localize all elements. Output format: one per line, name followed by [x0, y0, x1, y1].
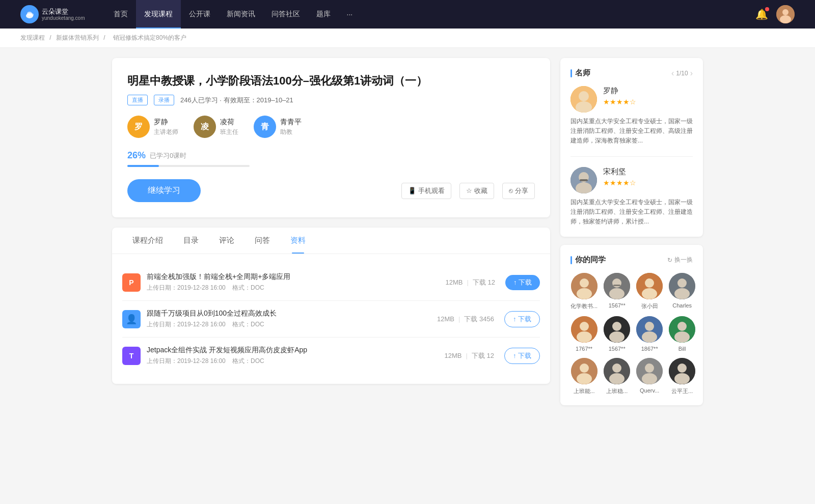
badge-live: 直播 [127, 95, 148, 105]
continue-button[interactable]: 继续学习 [127, 179, 201, 202]
svg-point-5 [780, 15, 791, 23]
teachers-prev-btn[interactable]: ‹ [671, 69, 674, 78]
tab-resources[interactable]: 资料 [280, 228, 316, 254]
resource-meta-3: 上传日期：2019-12-28 16:00 格式：DOC [147, 357, 444, 366]
svg-point-34 [642, 331, 657, 343]
nav-home[interactable]: 首页 [105, 0, 136, 29]
svg-point-21 [645, 278, 654, 288]
nav-quiz[interactable]: 题库 [308, 0, 339, 29]
nav-open[interactable]: 公开课 [181, 0, 219, 29]
svg-rect-12 [580, 179, 588, 181]
classmate-avatar-5 [571, 316, 597, 343]
teacher-card-2: 宋利坚 ★★★★☆ 国内某重点大学安全工程专业硕士，国家一级注册消防工程师、注册… [570, 167, 693, 227]
teachers-next-btn[interactable]: › [690, 69, 693, 78]
resource-stats-3: 12MB | 下载 12 [444, 351, 494, 360]
classmate-avatar-11 [636, 358, 663, 384]
share-icon: ⎋ [509, 187, 513, 194]
classmate-3[interactable]: 张小田 [636, 273, 663, 310]
svg-point-43 [609, 373, 624, 384]
action-btns: 📱 手机观看 ☆ 收藏 ⎋ 分享 [401, 183, 535, 199]
notification-bell[interactable]: 🔔 [755, 8, 768, 20]
classmate-avatar-6 [604, 316, 630, 343]
teacher-1: 罗 罗静 主讲老师 [127, 116, 178, 138]
tab-catalog[interactable]: 目录 [173, 228, 209, 254]
download-btn-2[interactable]: ↑ 下载 [504, 311, 540, 327]
user-avatar[interactable] [776, 5, 795, 23]
resource-item-3: T Jetpack全组件实战 开发短视频应用高仿皮皮虾App 上传日期：2019… [122, 338, 540, 374]
nav-qa[interactable]: 问答社区 [263, 0, 308, 29]
breadcrumb-series[interactable]: 新媒体营销系列 [56, 34, 99, 41]
svg-point-36 [677, 322, 687, 331]
resource-icon-1: P [122, 273, 141, 292]
teacher-card-desc-1: 国内某重点大学安全工程专业硕士，国家一级注册消防工程师、注册安全工程师、高级注册… [570, 117, 693, 146]
tab-qa[interactable]: 问答 [244, 228, 280, 254]
download-btn-1[interactable]: ↑ 下载 [505, 275, 540, 290]
breadcrumb: 发现课程 / 新媒体营销系列 / 销冠修炼术搞定80%的客户 [0, 29, 815, 48]
tab-review[interactable]: 评论 [209, 228, 244, 254]
teacher-2-role: 班主任 [220, 128, 238, 136]
classmate-6[interactable]: 1567** [604, 316, 630, 352]
logo-icon [20, 5, 39, 23]
svg-point-7 [579, 91, 589, 101]
svg-point-22 [642, 288, 657, 299]
tab-intro[interactable]: 课程介绍 [122, 228, 173, 254]
resource-title-1: 前端全栈加强版！前端全栈+全周期+多端应用 [147, 272, 445, 282]
classmates-panel-title: 你的同学 [570, 255, 606, 265]
refresh-btn[interactable]: ↻ 换一换 [667, 256, 693, 264]
nav-more[interactable]: ··· [339, 0, 361, 29]
resource-stats-2: 12MB | 下载 3456 [437, 315, 494, 324]
classmate-avatar-8 [669, 316, 695, 343]
classmate-8[interactable]: Bill [669, 316, 695, 352]
classmate-name-5: 1767** [576, 346, 592, 352]
logo[interactable]: 云朵课堂 yunduoketang.com [20, 5, 85, 23]
classmate-7[interactable]: 1867** [636, 316, 663, 352]
teachers-pagination: ‹ 1/10 › [671, 69, 693, 78]
resource-meta-1: 上传日期：2019-12-28 16:00 格式：DOC [147, 284, 445, 292]
resource-stats-1: 12MB | 下载 12 [445, 278, 495, 287]
svg-point-4 [782, 9, 789, 15]
svg-point-14 [580, 278, 589, 288]
star-icon: ☆ [466, 187, 472, 194]
classmate-2[interactable]: 1567** [604, 273, 630, 310]
resource-info-1: 前端全栈加强版！前端全栈+全周期+多端应用 上传日期：2019-12-28 16… [147, 272, 445, 292]
classmate-11[interactable]: Querv... [636, 358, 663, 395]
teacher-2: 凌 凌荷 班主任 [194, 116, 238, 138]
classmate-4[interactable]: Charles [669, 273, 695, 310]
teachers-panel-title: 名师 [570, 68, 590, 78]
download-btn-3[interactable]: ↑ 下载 [504, 348, 540, 364]
breadcrumb-discover[interactable]: 发现课程 [20, 34, 45, 41]
classmate-name-11: Querv... [640, 387, 659, 394]
refresh-icon: ↻ [667, 257, 672, 264]
classmate-avatar-12 [669, 358, 695, 384]
classmate-9[interactable]: 上班能... [570, 358, 597, 395]
classmate-name-3: 张小田 [641, 302, 658, 310]
svg-point-18 [609, 288, 624, 299]
classmate-name-9: 上班能... [574, 387, 595, 395]
course-title: 明星中教授课，小学阶段语法100分–强化级第1讲动词（一） [127, 73, 535, 89]
nav-discover[interactable]: 发现课程 [136, 0, 181, 29]
share-btn[interactable]: ⎋ 分享 [502, 183, 535, 199]
classmate-name-8: Bill [678, 346, 686, 352]
resource-icon-2: 👤 [122, 310, 141, 328]
teachers-list: 罗 罗静 主讲老师 凌 凌荷 班主任 青 青青平 [127, 116, 535, 138]
collect-btn[interactable]: ☆ 收藏 [459, 183, 494, 199]
classmate-1[interactable]: 化学教书... [570, 273, 597, 310]
teacher-3: 青 青青平 助教 [254, 116, 302, 138]
svg-point-24 [677, 278, 687, 288]
teacher-card-name-1: 罗静 [603, 86, 636, 96]
mobile-watch-btn[interactable]: 📱 手机观看 [401, 183, 451, 199]
classmate-12[interactable]: 云平王... [669, 358, 695, 395]
progress-text: 已学习0课时 [150, 151, 186, 160]
teacher-3-avatar: 青 [254, 116, 276, 138]
notification-dot [765, 7, 769, 11]
teacher-card-avatar-1 [570, 86, 597, 113]
teacher-1-role: 主讲老师 [154, 128, 178, 136]
classmate-10[interactable]: 上班稳... [604, 358, 630, 395]
panel-header-classmates: 你的同学 ↻ 换一换 [570, 255, 693, 265]
nav-news[interactable]: 新闻资讯 [219, 0, 263, 29]
svg-point-39 [580, 363, 589, 373]
classmate-5[interactable]: 1767** [570, 316, 597, 352]
classmate-avatar-3 [636, 273, 663, 299]
svg-point-49 [674, 373, 690, 384]
classmate-avatar-7 [636, 316, 663, 343]
